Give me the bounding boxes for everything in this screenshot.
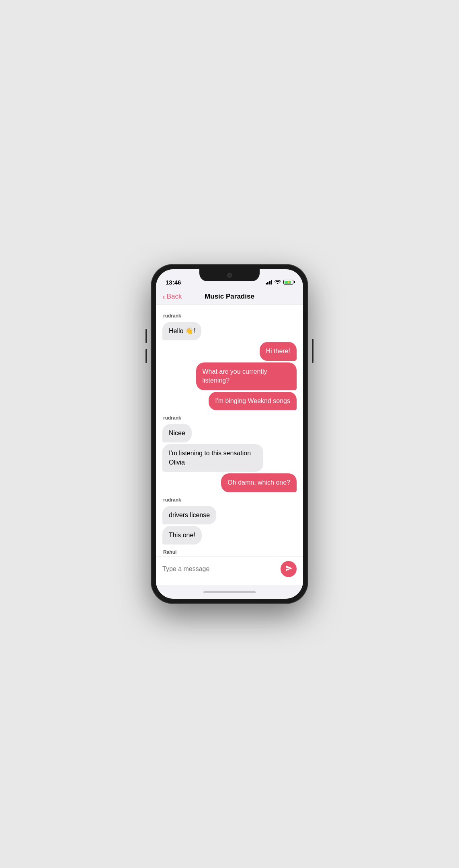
chat-bubble: I'm binging Weeknd songs <box>209 392 297 410</box>
chat-bubble: This one! <box>162 526 202 545</box>
sender-label: rudrank <box>163 415 181 421</box>
volume-up-button[interactable] <box>145 329 147 343</box>
wifi-icon <box>275 279 281 285</box>
message-input[interactable] <box>162 561 277 577</box>
chat-bubble: I'm listening to this sensation Olivia <box>162 444 263 472</box>
back-chevron-icon: ‹ <box>162 293 165 301</box>
sender-label: rudrank <box>163 313 181 319</box>
input-area <box>156 557 303 585</box>
status-time: 13:46 <box>166 279 181 286</box>
chat-bubble: Hello 👋! <box>162 322 201 340</box>
battery-icon: ⚡ <box>283 280 293 285</box>
back-button[interactable]: ‹ Back <box>162 293 182 301</box>
sender-label: Rahul <box>163 549 176 555</box>
volume-down-button[interactable] <box>145 349 147 363</box>
signal-icon <box>266 280 273 285</box>
send-icon <box>285 565 293 573</box>
sender-label: rudrank <box>163 497 181 503</box>
home-indicator <box>156 585 303 599</box>
notch <box>199 269 260 281</box>
chat-bubble: Nicee <box>162 424 192 442</box>
chat-bubble: drivers license <box>162 506 216 524</box>
home-bar <box>203 591 256 593</box>
chat-bubble: Hi there! <box>260 342 297 360</box>
chat-bubble: What are you currently listening? <box>196 362 297 390</box>
back-label: Back <box>167 293 182 301</box>
chat-area: rudrankHello 👋!Hi there!What are you cur… <box>156 305 303 557</box>
status-icons: ⚡ <box>266 279 294 285</box>
send-button[interactable] <box>281 561 297 577</box>
chat-bubble: Oh damn, which one? <box>221 473 297 492</box>
chat-title: Music Paradise <box>205 293 254 301</box>
front-camera <box>227 273 232 278</box>
power-button[interactable] <box>312 339 314 363</box>
phone-frame: 13:46 ⚡ <box>151 264 308 604</box>
navigation-bar: ‹ Back Music Paradise <box>156 289 303 305</box>
phone-screen: 13:46 ⚡ <box>156 269 303 599</box>
